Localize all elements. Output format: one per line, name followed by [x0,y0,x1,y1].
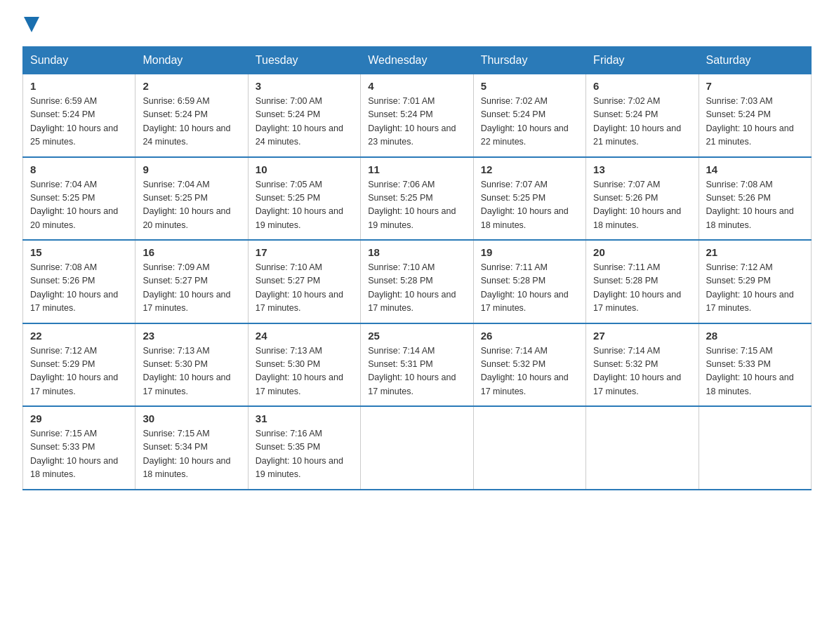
day-cell: 23 Sunrise: 7:13 AMSunset: 5:30 PMDaylig… [135,323,248,407]
day-number: 17 [256,246,353,258]
day-info: Sunrise: 7:04 AMSunset: 5:25 PMDaylight:… [30,180,118,230]
day-cell: 30 Sunrise: 7:15 AMSunset: 5:34 PMDaylig… [135,406,248,490]
day-cell: 15 Sunrise: 7:08 AMSunset: 5:26 PMDaylig… [23,240,135,323]
day-cell: 22 Sunrise: 7:12 AMSunset: 5:29 PMDaylig… [23,323,135,407]
header-cell-friday: Friday [586,47,699,74]
week-row-1: 1 Sunrise: 6:59 AMSunset: 5:24 PMDayligh… [23,74,812,157]
day-number: 6 [593,80,691,92]
day-number: 31 [256,412,353,424]
day-info: Sunrise: 7:15 AMSunset: 5:33 PMDaylight:… [706,346,794,396]
day-cell: 25 Sunrise: 7:14 AMSunset: 5:31 PMDaylig… [361,323,473,407]
day-number: 7 [706,80,804,92]
day-cell: 2 Sunrise: 6:59 AMSunset: 5:24 PMDayligh… [135,74,248,157]
day-cell: 10 Sunrise: 7:05 AMSunset: 5:25 PMDaylig… [248,157,360,241]
day-cell [586,406,699,490]
day-cell: 18 Sunrise: 7:10 AMSunset: 5:28 PMDaylig… [361,240,473,323]
day-cell: 7 Sunrise: 7:03 AMSunset: 5:24 PMDayligh… [699,74,811,157]
day-cell: 3 Sunrise: 7:00 AMSunset: 5:24 PMDayligh… [248,74,360,157]
svg-marker-0 [24,17,39,32]
day-info: Sunrise: 7:08 AMSunset: 5:26 PMDaylight:… [706,180,794,230]
day-cell: 16 Sunrise: 7:09 AMSunset: 5:27 PMDaylig… [135,240,248,323]
day-info: Sunrise: 7:13 AMSunset: 5:30 PMDaylight:… [143,346,230,396]
day-cell: 19 Sunrise: 7:11 AMSunset: 5:28 PMDaylig… [473,240,585,323]
week-row-2: 8 Sunrise: 7:04 AMSunset: 5:25 PMDayligh… [23,157,812,241]
day-number: 28 [706,330,804,342]
day-cell: 8 Sunrise: 7:04 AMSunset: 5:25 PMDayligh… [23,157,135,241]
day-number: 21 [706,246,804,258]
day-cell: 1 Sunrise: 6:59 AMSunset: 5:24 PMDayligh… [23,74,135,157]
day-info: Sunrise: 7:07 AMSunset: 5:26 PMDaylight:… [593,180,681,230]
day-number: 26 [481,330,578,342]
day-cell: 4 Sunrise: 7:01 AMSunset: 5:24 PMDayligh… [361,74,473,157]
day-info: Sunrise: 7:04 AMSunset: 5:25 PMDaylight:… [143,180,230,230]
day-cell: 17 Sunrise: 7:10 AMSunset: 5:27 PMDaylig… [248,240,360,323]
day-info: Sunrise: 7:15 AMSunset: 5:34 PMDaylight:… [143,429,230,479]
day-number: 19 [481,246,578,258]
day-cell: 5 Sunrise: 7:02 AMSunset: 5:24 PMDayligh… [473,74,585,157]
header-cell-tuesday: Tuesday [248,47,360,74]
day-info: Sunrise: 7:14 AMSunset: 5:32 PMDaylight:… [481,346,569,396]
day-info: Sunrise: 6:59 AMSunset: 5:24 PMDaylight:… [30,96,118,147]
day-number: 4 [368,80,465,92]
day-info: Sunrise: 7:05 AMSunset: 5:25 PMDaylight:… [256,180,343,230]
day-info: Sunrise: 7:07 AMSunset: 5:25 PMDaylight:… [481,180,569,230]
calendar-body: 1 Sunrise: 6:59 AMSunset: 5:24 PMDayligh… [23,74,812,490]
header-cell-wednesday: Wednesday [361,47,473,74]
day-cell [473,406,585,490]
day-info: Sunrise: 7:13 AMSunset: 5:30 PMDaylight:… [256,346,343,396]
day-number: 22 [30,330,128,342]
day-cell: 21 Sunrise: 7:12 AMSunset: 5:29 PMDaylig… [699,240,811,323]
day-cell [361,406,473,490]
calendar-table: SundayMondayTuesdayWednesdayThursdayFrid… [22,46,812,490]
day-info: Sunrise: 7:02 AMSunset: 5:24 PMDaylight:… [481,96,569,147]
header-cell-thursday: Thursday [473,47,585,74]
day-number: 25 [368,330,465,342]
day-info: Sunrise: 7:02 AMSunset: 5:24 PMDaylight:… [593,96,681,147]
day-number: 24 [256,330,353,342]
header-row: SundayMondayTuesdayWednesdayThursdayFrid… [23,47,812,74]
day-number: 12 [481,163,578,175]
day-info: Sunrise: 7:11 AMSunset: 5:28 PMDaylight:… [593,262,681,313]
day-number: 10 [256,163,353,175]
day-cell: 31 Sunrise: 7:16 AMSunset: 5:35 PMDaylig… [248,406,360,490]
day-info: Sunrise: 7:08 AMSunset: 5:26 PMDaylight:… [30,262,118,313]
day-number: 11 [368,163,465,175]
day-number: 9 [143,163,240,175]
day-cell: 27 Sunrise: 7:14 AMSunset: 5:32 PMDaylig… [586,323,699,407]
header-cell-monday: Monday [135,47,248,74]
day-cell: 9 Sunrise: 7:04 AMSunset: 5:25 PMDayligh… [135,157,248,241]
day-cell: 13 Sunrise: 7:07 AMSunset: 5:26 PMDaylig… [586,157,699,241]
day-number: 30 [143,412,240,424]
day-cell: 20 Sunrise: 7:11 AMSunset: 5:28 PMDaylig… [586,240,699,323]
day-number: 16 [143,246,240,258]
day-info: Sunrise: 7:10 AMSunset: 5:27 PMDaylight:… [256,262,343,313]
day-info: Sunrise: 6:59 AMSunset: 5:24 PMDaylight:… [143,96,230,147]
day-number: 3 [256,80,353,92]
day-number: 14 [706,163,804,175]
day-info: Sunrise: 7:12 AMSunset: 5:29 PMDaylight:… [706,262,794,313]
week-row-5: 29 Sunrise: 7:15 AMSunset: 5:33 PMDaylig… [23,406,812,490]
day-info: Sunrise: 7:11 AMSunset: 5:28 PMDaylight:… [481,262,569,313]
logo-triangle-icon [24,17,39,32]
day-info: Sunrise: 7:12 AMSunset: 5:29 PMDaylight:… [30,346,118,396]
day-info: Sunrise: 7:06 AMSunset: 5:25 PMDaylight:… [368,180,456,230]
day-number: 1 [30,80,128,92]
day-number: 2 [143,80,240,92]
day-info: Sunrise: 7:03 AMSunset: 5:24 PMDaylight:… [706,96,794,147]
day-cell [699,406,811,490]
day-cell: 11 Sunrise: 7:06 AMSunset: 5:25 PMDaylig… [361,157,473,241]
week-row-3: 15 Sunrise: 7:08 AMSunset: 5:26 PMDaylig… [23,240,812,323]
day-info: Sunrise: 7:15 AMSunset: 5:33 PMDaylight:… [30,429,118,479]
day-number: 18 [368,246,465,258]
calendar-header: SundayMondayTuesdayWednesdayThursdayFrid… [23,47,812,74]
day-info: Sunrise: 7:16 AMSunset: 5:35 PMDaylight:… [256,429,343,479]
page-header [22,17,812,32]
day-number: 29 [30,412,128,424]
logo [22,17,39,32]
day-number: 23 [143,330,240,342]
day-number: 27 [593,330,691,342]
week-row-4: 22 Sunrise: 7:12 AMSunset: 5:29 PMDaylig… [23,323,812,407]
day-info: Sunrise: 7:10 AMSunset: 5:28 PMDaylight:… [368,262,456,313]
day-cell: 24 Sunrise: 7:13 AMSunset: 5:30 PMDaylig… [248,323,360,407]
day-cell: 28 Sunrise: 7:15 AMSunset: 5:33 PMDaylig… [699,323,811,407]
